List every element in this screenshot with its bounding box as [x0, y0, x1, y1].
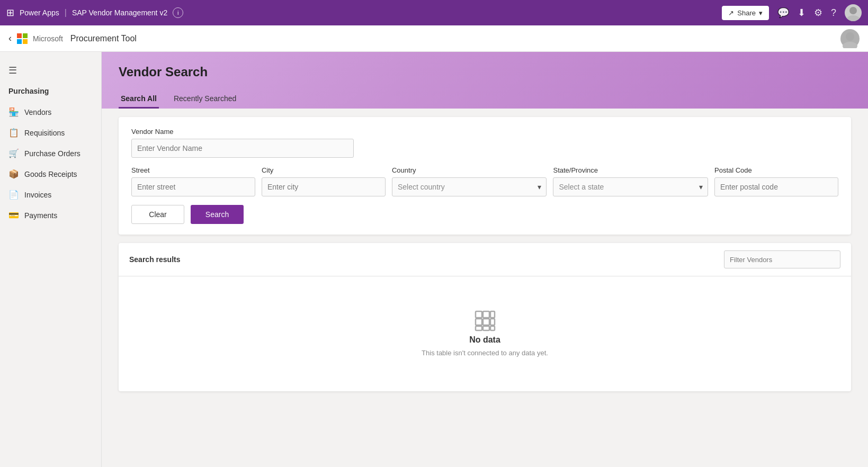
top-bar-left: ⊞ Power Apps | SAP Vendor Management v2 …	[6, 7, 183, 19]
main-content: Vendor Search Search All Recently Search…	[102, 52, 868, 467]
microsoft-logo	[17, 33, 28, 44]
page-title: Vendor Search	[119, 65, 851, 79]
sidebar-item-requisitions[interactable]: 📋 Requisitions	[0, 122, 101, 143]
vendor-name-field: Vendor Name	[131, 128, 838, 158]
sidebar-item-label: Payments	[24, 211, 57, 220]
sidebar-item-goods-receipts[interactable]: 📦 Goods Receipts	[0, 164, 101, 184]
country-label: Country	[392, 166, 547, 174]
invoices-icon: 📄	[8, 190, 19, 200]
help-icon[interactable]: ?	[831, 7, 836, 19]
country-select[interactable]: Select country	[392, 177, 547, 196]
tab-search-all[interactable]: Search All	[119, 90, 159, 109]
button-row: Clear Search	[131, 205, 838, 224]
project-title: SAP Vendor Management v2	[72, 8, 167, 17]
chevron-down-icon: ▾	[759, 9, 763, 17]
requisitions-icon: 📋	[8, 128, 19, 138]
clear-button[interactable]: Clear	[131, 205, 184, 224]
sidebar-item-invoices[interactable]: 📄 Invoices	[0, 184, 101, 205]
sidebar-section-title: Purchasing	[0, 85, 101, 102]
tab-recently-searched[interactable]: Recently Searched	[172, 90, 238, 109]
street-input[interactable]	[131, 177, 255, 196]
app-bar-left: ‹ Microsoft Procurement Tool	[8, 33, 137, 44]
state-select-wrapper: Select a state ▾	[553, 177, 708, 196]
back-button[interactable]: ‹	[8, 33, 12, 44]
city-label: City	[262, 166, 386, 174]
results-title: Search results	[129, 255, 181, 264]
svg-rect-12	[490, 326, 495, 330]
svg-point-3	[843, 42, 857, 48]
svg-point-0	[849, 7, 857, 14]
search-button[interactable]: Search	[191, 205, 244, 224]
app-title: Power Apps	[20, 8, 59, 17]
tabs: Search All Recently Searched	[119, 90, 851, 109]
payments-icon: 💳	[8, 210, 19, 220]
menu-icon[interactable]: ☰	[0, 60, 101, 80]
settings-icon[interactable]: ⚙	[814, 7, 822, 19]
sidebar-item-payments[interactable]: 💳 Payments	[0, 205, 101, 226]
filter-vendors-input[interactable]	[724, 250, 840, 268]
city-field: City	[262, 166, 386, 196]
street-field: Street	[131, 166, 255, 196]
vendor-name-input[interactable]	[131, 139, 354, 158]
sidebar-item-label: Invoices	[24, 191, 51, 199]
sidebar-item-vendors[interactable]: 🏪 Vendors	[0, 102, 101, 122]
svg-rect-10	[476, 326, 482, 330]
svg-rect-9	[490, 319, 495, 325]
search-card: Vendor Name Street City Country Select	[119, 117, 851, 235]
svg-rect-5	[483, 311, 489, 318]
svg-rect-7	[476, 319, 482, 325]
city-input[interactable]	[262, 177, 386, 196]
sidebar-item-purchase-orders[interactable]: 🛒 Purchase Orders	[0, 143, 101, 164]
postal-input[interactable]	[714, 177, 838, 196]
postal-label: Postal Code	[714, 166, 838, 174]
vendors-icon: 🏪	[8, 107, 19, 117]
info-icon[interactable]: i	[173, 7, 183, 18]
top-bar-right: ↗ Share ▾ 💬 ⬇ ⚙ ?	[722, 4, 862, 21]
street-label: Street	[131, 166, 255, 174]
purchase-orders-icon: 🛒	[8, 148, 19, 158]
share-button[interactable]: ↗ Share ▾	[722, 6, 769, 20]
sidebar-item-label: Purchase Orders	[24, 149, 80, 158]
chat-icon[interactable]: 💬	[777, 7, 789, 19]
country-field: Country Select country ▾	[392, 166, 547, 196]
separator: |	[65, 8, 67, 17]
svg-rect-8	[483, 319, 489, 325]
sidebar-item-label: Goods Receipts	[24, 170, 77, 178]
state-field: State/Province Select a state ▾	[553, 166, 708, 196]
results-header: Search results	[119, 243, 851, 276]
tool-name: Procurement Tool	[70, 34, 137, 43]
page-header: Vendor Search Search All Recently Search…	[102, 52, 868, 109]
top-bar: ⊞ Power Apps | SAP Vendor Management v2 …	[0, 0, 868, 25]
no-data-state: No data This table isn't connected to an…	[119, 276, 851, 389]
sidebar-item-label: Vendors	[24, 108, 51, 116]
svg-rect-6	[490, 311, 495, 318]
results-section: Search results	[119, 243, 851, 391]
svg-point-1	[847, 15, 860, 21]
app-layout: ☰ Purchasing 🏪 Vendors 📋 Requisitions 🛒 …	[0, 52, 868, 467]
state-select[interactable]: Select a state	[553, 177, 708, 196]
no-data-subtitle: This table isn't connected to any data y…	[422, 349, 548, 357]
goods-receipts-icon: 📦	[8, 169, 19, 179]
svg-rect-4	[476, 311, 482, 318]
ms-label: Microsoft	[33, 34, 63, 43]
no-data-title: No data	[469, 335, 500, 345]
grid-icon	[472, 308, 498, 335]
share-icon: ↗	[728, 9, 734, 17]
svg-point-2	[846, 32, 854, 41]
svg-rect-11	[483, 326, 489, 330]
sidebar: ☰ Purchasing 🏪 Vendors 📋 Requisitions 🛒 …	[0, 52, 102, 467]
avatar[interactable]	[845, 4, 862, 21]
app-bar: ‹ Microsoft Procurement Tool	[0, 25, 868, 52]
postal-field: Postal Code	[714, 166, 838, 196]
waffle-icon[interactable]: ⊞	[6, 7, 14, 19]
address-row: Street City Country Select country ▾	[131, 166, 838, 196]
state-label: State/Province	[553, 166, 708, 174]
user-avatar[interactable]	[840, 29, 860, 48]
sidebar-item-label: Requisitions	[24, 129, 65, 137]
country-select-wrapper: Select country ▾	[392, 177, 547, 196]
vendor-name-label: Vendor Name	[131, 128, 838, 136]
download-icon[interactable]: ⬇	[798, 7, 806, 19]
